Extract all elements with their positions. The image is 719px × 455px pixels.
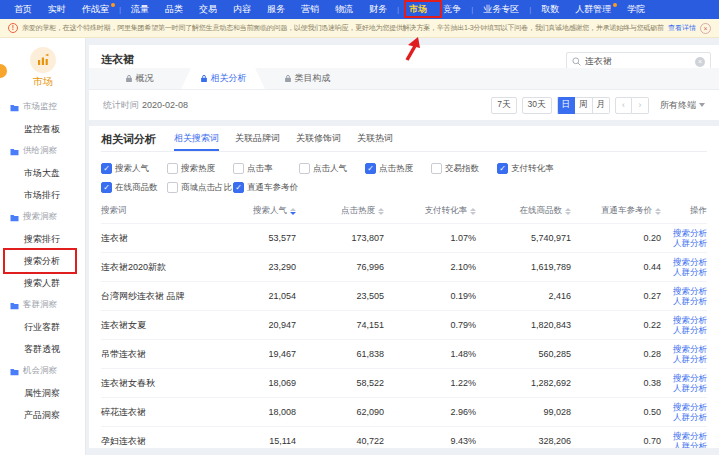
column-header-ztc-ref-price[interactable]: 直通车参考价 — [571, 205, 661, 217]
clear-icon[interactable]: × — [695, 57, 705, 67]
sidebar-item-search-analysis[interactable]: 搜索分析 — [0, 250, 85, 272]
checkbox-search-heat[interactable] — [167, 163, 178, 174]
action-link-crowd-analysis[interactable]: 人群分析 — [673, 383, 707, 393]
tab-related-analysis[interactable]: 相关分析 — [181, 68, 265, 89]
nav-item-category[interactable]: 品类 — [157, 3, 191, 16]
cell-value: 1.22% — [384, 378, 476, 388]
action-link-search-analysis[interactable]: 搜索分析 — [673, 373, 707, 383]
action-link-crowd-analysis[interactable]: 人群分析 — [673, 238, 707, 248]
panel-tab-related-brand-words[interactable]: 关联品牌词 — [235, 126, 280, 151]
tab-overview[interactable]: 概况 — [97, 68, 181, 89]
main-panel: 连衣裙 × 概况相关分析类目构成 统计时间2020-02-08 7天30天日周月… — [86, 38, 719, 455]
granularity-day[interactable]: 日 — [557, 97, 576, 114]
nav-item-crowd-mgmt[interactable]: 人群管理 — [567, 3, 619, 16]
action-link-crowd-analysis[interactable]: 人群分析 — [673, 325, 707, 335]
cell-value: 18,069 — [216, 378, 296, 388]
chevron-down-icon — [699, 103, 705, 107]
metric-trade-index[interactable]: 交易指数 — [431, 161, 497, 176]
nav-item-realtime[interactable]: 实时 — [40, 3, 74, 16]
action-link-crowd-analysis[interactable]: 人群分析 — [673, 296, 707, 306]
action-link-search-analysis[interactable]: 搜索分析 — [673, 315, 707, 325]
sidebar-item-market-ranking[interactable]: 市场排行 — [0, 184, 85, 206]
action-link-search-analysis[interactable]: 搜索分析 — [673, 257, 707, 267]
column-header-online-products[interactable]: 在线商品数 — [476, 205, 571, 217]
nav-item-war-room[interactable]: 作战室 — [74, 3, 117, 16]
sidebar-item-crowd-perspective[interactable]: 客群透视 — [0, 338, 85, 360]
checkbox-click-heat[interactable]: ✓ — [365, 163, 376, 174]
pager-group: ‹› — [615, 97, 649, 114]
column-header-click-heat[interactable]: 点击热度 — [296, 205, 384, 217]
nav-item-content[interactable]: 内容 — [225, 3, 259, 16]
checkbox-click-rate[interactable] — [233, 163, 244, 174]
panel-tab-related-modifier-words[interactable]: 关联修饰词 — [296, 126, 341, 151]
checkbox-mall-click-ratio[interactable] — [167, 182, 178, 193]
sidebar-item-market-overview[interactable]: 市场大盘 — [0, 162, 85, 184]
sidebar-item-industry-crowd[interactable]: 行业客群 — [0, 316, 85, 338]
action-link-crowd-analysis[interactable]: 人群分析 — [673, 412, 707, 422]
panel-tab-related-hot-words[interactable]: 关联热词 — [357, 126, 393, 151]
column-header-search-popularity[interactable]: 搜索人气 — [216, 205, 296, 217]
action-link-search-analysis[interactable]: 搜索分析 — [673, 286, 707, 296]
sidebar-item-search-crowd[interactable]: 搜索人群 — [0, 272, 85, 294]
metric-search-heat[interactable]: 搜索热度 — [167, 161, 233, 176]
pager-next-icon[interactable]: › — [632, 97, 649, 114]
granularity-week[interactable]: 周 — [575, 97, 593, 114]
metric-online-products[interactable]: ✓在线商品数 — [101, 180, 167, 195]
action-link-crowd-analysis[interactable]: 人群分析 — [673, 354, 707, 364]
nav-item-data-fetch[interactable]: 取数 — [533, 3, 567, 16]
metric-click-rate[interactable]: 点击率 — [233, 161, 299, 176]
nav-item-academy[interactable]: 学院 — [619, 3, 653, 16]
metric-pay-conversion[interactable]: ✓支付转化率 — [497, 161, 563, 176]
nav-item-finance[interactable]: 财务 — [361, 3, 395, 16]
nav-item-marketing[interactable]: 营销 — [293, 3, 327, 16]
checkbox-search-popularity[interactable]: ✓ — [101, 163, 112, 174]
terminal-dropdown[interactable]: 所有终端 — [660, 99, 705, 112]
sidebar-group-label: 市场监控 — [23, 101, 57, 113]
sidebar-item-search-ranking[interactable]: 搜索排行 — [0, 228, 85, 250]
nav-item-biz-zone[interactable]: 业务专区 — [475, 3, 527, 16]
checkbox-ztc-ref-price[interactable]: ✓ — [233, 182, 244, 193]
nav-item-market[interactable]: 市场 — [401, 3, 435, 16]
nav-item-trade[interactable]: 交易 — [191, 3, 225, 16]
search-input[interactable] — [585, 57, 691, 67]
column-header-pay-conversion[interactable]: 支付转化率 — [384, 205, 476, 217]
checkbox-trade-index[interactable] — [431, 163, 442, 174]
nav-item-service[interactable]: 服务 — [259, 3, 293, 16]
range-button-30d[interactable]: 30天 — [522, 97, 552, 114]
action-link-search-analysis[interactable]: 搜索分析 — [673, 402, 707, 412]
action-link-search-analysis[interactable]: 搜索分析 — [673, 228, 707, 238]
action-link-search-analysis[interactable]: 搜索分析 — [673, 344, 707, 354]
metric-click-popularity[interactable]: 点击人气 — [299, 161, 365, 176]
action-link-crowd-analysis[interactable]: 人群分析 — [673, 441, 707, 448]
nav-item-logistics[interactable]: 物流 — [327, 3, 361, 16]
metric-search-popularity[interactable]: ✓搜索人气 — [101, 161, 167, 176]
metric-checkboxes: ✓搜索人气搜索热度点击率点击人气✓点击热度交易指数✓支付转化率✓在线商品数商城点… — [101, 152, 581, 199]
stat-time: 统计时间2020-02-08 — [103, 99, 188, 112]
sidebar-item-monitor-board[interactable]: 监控看板 — [0, 118, 85, 140]
checkbox-pay-conversion[interactable]: ✓ — [497, 163, 508, 174]
pager-prev-icon[interactable]: ‹ — [615, 97, 632, 114]
sidebar-group-label: 搜索洞察 — [23, 211, 57, 223]
table-row: 连衣裙女春秋18,06958,5221.22%1,282,6920.38搜索分析… — [101, 368, 707, 397]
action-link-crowd-analysis[interactable]: 人群分析 — [673, 267, 707, 277]
notice-detail-link[interactable]: 查看详情 — [668, 23, 696, 33]
sidebar-item-product-insight[interactable]: 产品洞察 — [0, 404, 85, 426]
granularity-month[interactable]: 月 — [593, 97, 611, 114]
checkbox-click-popularity[interactable] — [299, 163, 310, 174]
close-icon[interactable]: × — [700, 23, 711, 34]
checkbox-online-products[interactable]: ✓ — [101, 182, 112, 193]
panel-tab-related-search-words[interactable]: 相关搜索词 — [174, 126, 219, 151]
range-button-7d[interactable]: 7天 — [491, 97, 516, 114]
metric-click-heat[interactable]: ✓点击热度 — [365, 161, 431, 176]
column-label: 支付转化率 — [425, 205, 468, 217]
nav-item-compete[interactable]: 竞争 — [435, 3, 469, 16]
nav-item-home[interactable]: 首页 — [6, 3, 40, 16]
tab-category-composition[interactable]: 类目构成 — [265, 68, 349, 89]
notification-dot-icon — [111, 3, 115, 7]
sidebar-item-attribute-insight[interactable]: 属性洞察 — [0, 382, 85, 404]
metric-ztc-ref-price[interactable]: ✓直通车参考价 — [233, 180, 299, 195]
nav-item-traffic[interactable]: 流量 — [123, 3, 157, 16]
metric-mall-click-ratio[interactable]: 商城点击占比 — [167, 180, 233, 195]
cell-actions: 搜索分析人群分析 — [661, 257, 707, 277]
action-link-search-analysis[interactable]: 搜索分析 — [673, 431, 707, 441]
